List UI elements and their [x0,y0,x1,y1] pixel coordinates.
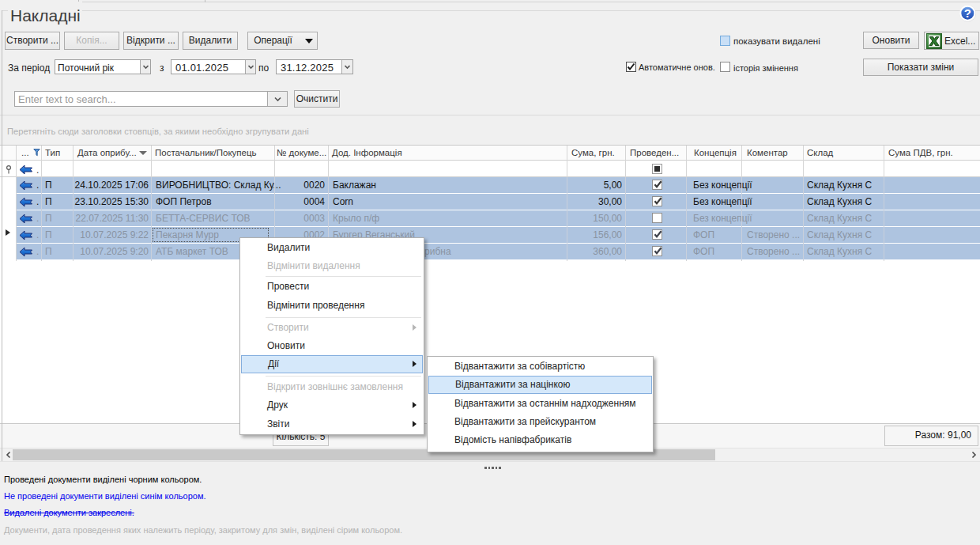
svg-text:?: ? [964,6,971,20]
